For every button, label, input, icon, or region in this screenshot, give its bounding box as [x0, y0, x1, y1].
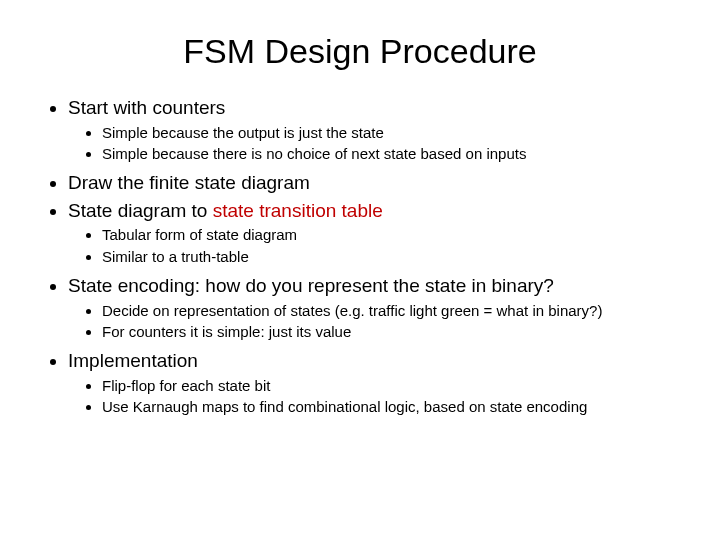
sub-bullet: For counters it is simple: just its valu…	[102, 322, 680, 342]
bullet-text: State encoding: how do you represent the…	[68, 275, 554, 296]
sub-bullet: Decide on representation of states (e.g.…	[102, 301, 680, 321]
sub-bullet: Flip-flop for each state bit	[102, 376, 680, 396]
slide: FSM Design Procedure Start with counters…	[0, 0, 720, 443]
bullet-text-pre: State diagram to	[68, 200, 213, 221]
bullet-start-counters: Start with counters Simple because the o…	[68, 95, 680, 164]
bullet-text: Implementation	[68, 350, 198, 371]
bullet-text-highlight: state transition table	[213, 200, 383, 221]
bullet-draw-diagram: Draw the finite state diagram	[68, 170, 680, 196]
bullet-list: Start with counters Simple because the o…	[40, 95, 680, 417]
bullet-state-transition: State diagram to state transition table …	[68, 198, 680, 267]
sub-list: Flip-flop for each state bit Use Karnaug…	[68, 376, 680, 418]
sub-bullet: Similar to a truth-table	[102, 247, 680, 267]
sub-bullet: Use Karnaugh maps to find combinational …	[102, 397, 680, 417]
bullet-state-encoding: State encoding: how do you represent the…	[68, 273, 680, 342]
bullet-implementation: Implementation Flip-flop for each state …	[68, 348, 680, 417]
sub-list: Simple because the output is just the st…	[68, 123, 680, 165]
sub-bullet: Simple because there is no choice of nex…	[102, 144, 680, 164]
sub-bullet: Simple because the output is just the st…	[102, 123, 680, 143]
sub-list: Tabular form of state diagram Similar to…	[68, 225, 680, 267]
slide-title: FSM Design Procedure	[40, 32, 680, 71]
bullet-text: Start with counters	[68, 97, 225, 118]
sub-bullet: Tabular form of state diagram	[102, 225, 680, 245]
sub-list: Decide on representation of states (e.g.…	[68, 301, 680, 343]
